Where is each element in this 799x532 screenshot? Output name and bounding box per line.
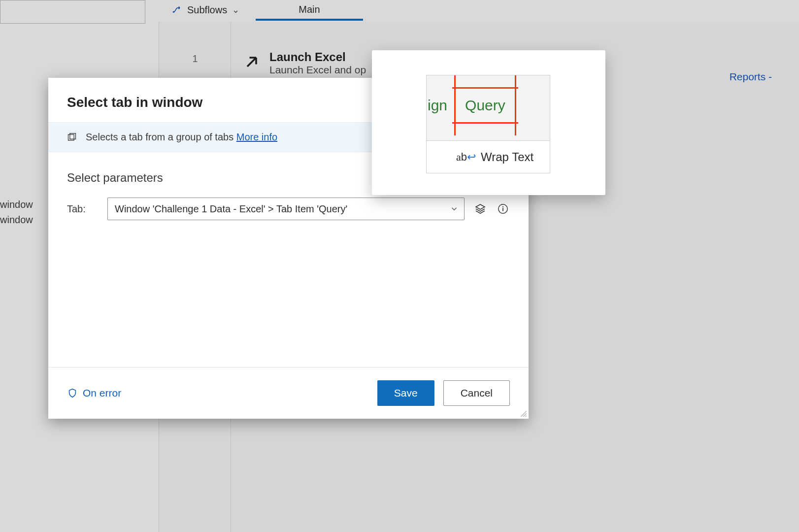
actions-search-box <box>0 0 145 24</box>
action-item: window <box>0 212 33 228</box>
action-item: window <box>0 197 33 212</box>
param-label-tab: Tab: <box>67 203 99 215</box>
preview-thumbnail: ign Query ab↩ Wrap Text <box>426 75 550 173</box>
tab-main-label: Main <box>299 4 320 15</box>
preview-highlight-label: Query <box>456 89 514 122</box>
subflows-dropdown[interactable]: Subflows ⌄ <box>165 0 247 20</box>
line-number: 1 <box>159 53 231 65</box>
on-error-label: On error <box>83 387 121 399</box>
shield-icon <box>67 388 78 399</box>
info-icon <box>498 203 508 214</box>
param-row-tab: Tab: <box>48 194 529 224</box>
resize-grip-icon[interactable] <box>520 410 527 417</box>
on-error-button[interactable]: On error <box>67 387 121 399</box>
preview-fragment-text: ign <box>428 97 447 114</box>
save-button[interactable]: Save <box>377 380 434 406</box>
preview-highlight-box: Query <box>456 89 514 122</box>
ui-element-picker-button[interactable] <box>473 202 487 216</box>
wrap-text-label: Wrap Text <box>481 150 533 164</box>
svg-rect-2 <box>70 133 76 139</box>
tab-select[interactable] <box>107 198 465 220</box>
step-title: Launch Excel <box>269 50 366 64</box>
subflows-label: Subflows <box>187 4 227 16</box>
layers-icon <box>474 203 486 215</box>
reports-link[interactable]: Reports - <box>730 71 772 83</box>
ui-element-preview-popup: ign Query ab↩ Wrap Text <box>372 50 605 195</box>
svg-rect-1 <box>68 134 74 140</box>
svg-point-0 <box>173 11 174 13</box>
subflows-icon <box>172 5 182 15</box>
tabs-icon <box>67 133 77 142</box>
param-info-button[interactable] <box>496 202 510 216</box>
tab-main[interactable]: Main <box>256 0 363 21</box>
svg-rect-5 <box>502 208 503 211</box>
step-desc: Launch Excel and op <box>269 64 366 76</box>
svg-point-4 <box>502 206 503 207</box>
more-info-link[interactable]: More info <box>236 132 277 142</box>
launch-icon <box>243 53 261 71</box>
dialog-description: Selects a tab from a group of tabs <box>86 132 233 142</box>
dialog-footer: On error Save Cancel <box>48 367 529 419</box>
chevron-down-icon: ⌄ <box>232 4 239 15</box>
cancel-button[interactable]: Cancel <box>443 380 510 406</box>
wrap-text-icon: ab↩ <box>456 151 476 164</box>
actions-panel-fragment: window window <box>0 197 33 228</box>
